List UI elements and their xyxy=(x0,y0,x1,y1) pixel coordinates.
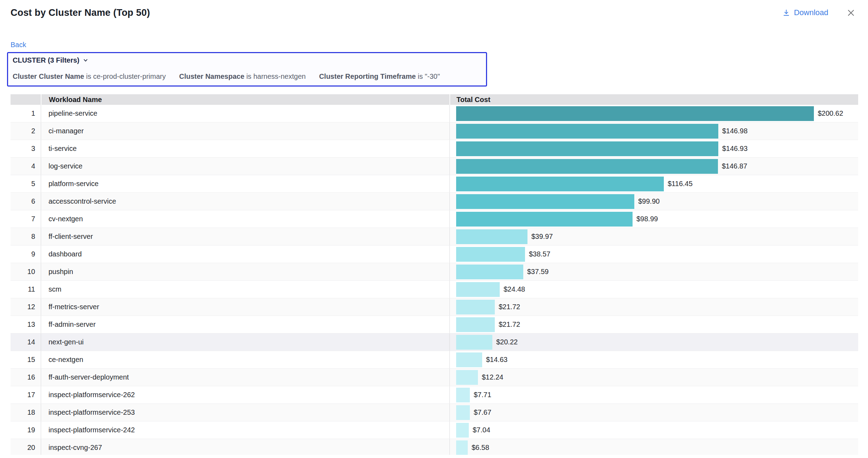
table-row[interactable]: 17 inspect-platformservice-262 $7.71 xyxy=(11,386,858,404)
cost-bar xyxy=(456,124,718,139)
filter-condition: Cluster Namespace is harness-nextgen xyxy=(179,72,306,81)
row-cost-cell: $37.59 xyxy=(449,263,858,280)
row-cost-cell: $146.98 xyxy=(449,122,858,140)
row-rank: 17 xyxy=(11,386,41,403)
filter-field: Cluster Namespace xyxy=(179,72,245,80)
table-row[interactable]: 11 scm $24.48 xyxy=(11,281,858,298)
table-row[interactable]: 10 pushpin $37.59 xyxy=(11,263,858,281)
cost-bar xyxy=(456,423,469,438)
table-row[interactable]: 8 ff-client-server $39.97 xyxy=(11,228,858,246)
row-cost-value: $21.72 xyxy=(499,303,520,311)
row-cost-value: $200.62 xyxy=(818,109,843,117)
table-row[interactable]: 7 cv-nextgen $98.99 xyxy=(11,210,858,228)
cost-bar xyxy=(456,440,468,455)
row-cost-value: $20.22 xyxy=(496,338,518,346)
cost-bar xyxy=(456,212,633,227)
filter-value: is harness-nextgen xyxy=(246,72,306,80)
table-row[interactable]: 12 ff-metrics-server $21.72 xyxy=(11,298,858,316)
row-workload-name: cv-nextgen xyxy=(41,210,449,228)
cost-bar xyxy=(456,335,492,350)
row-workload-name: pipeline-service xyxy=(41,105,449,122)
cost-bar xyxy=(456,141,718,156)
row-workload-name: ff-admin-server xyxy=(41,316,449,333)
cost-bar xyxy=(456,177,664,191)
row-rank: 14 xyxy=(11,333,41,351)
row-rank: 8 xyxy=(11,228,41,245)
close-button[interactable] xyxy=(847,8,855,17)
table-row[interactable]: 14 next-gen-ui $20.22 xyxy=(11,333,858,351)
table-row[interactable]: 19 inspect-platformservice-242 $7.04 xyxy=(11,421,858,439)
chevron-down-icon xyxy=(83,58,88,63)
table-row[interactable]: 16 ff-auth-server-deployment $12.24 xyxy=(11,369,858,386)
row-cost-value: $7.71 xyxy=(474,391,491,399)
row-rank: 13 xyxy=(11,316,41,333)
row-rank: 20 xyxy=(11,439,41,455)
filter-panel: CLUSTER (3 Filters) Cluster Cluster Name… xyxy=(7,52,487,87)
row-cost-cell: $7.04 xyxy=(449,421,858,439)
download-button[interactable]: Download xyxy=(782,8,828,17)
filter-group-label: CLUSTER (3 Filters) xyxy=(13,56,79,64)
row-rank: 18 xyxy=(11,404,41,421)
row-workload-name: ff-metrics-server xyxy=(41,298,449,316)
header-total-cost: Total Cost xyxy=(449,94,858,105)
topbar-actions: Download xyxy=(782,8,855,17)
row-workload-name: ti-service xyxy=(41,140,449,157)
row-cost-value: $99.90 xyxy=(638,197,660,205)
row-rank: 9 xyxy=(11,246,41,263)
table-row[interactable]: 15 ce-nextgen $14.63 xyxy=(11,351,858,369)
row-cost-value: $12.24 xyxy=(482,373,503,381)
row-cost-cell: $21.72 xyxy=(449,298,858,316)
table-row[interactable]: 5 platform-service $116.45 xyxy=(11,175,858,193)
row-rank: 19 xyxy=(11,421,41,439)
row-workload-name: log-service xyxy=(41,158,449,175)
row-workload-name: pushpin xyxy=(41,263,449,280)
row-cost-value: $146.98 xyxy=(722,127,747,135)
row-rank: 12 xyxy=(11,298,41,316)
row-cost-cell: $99.90 xyxy=(449,193,858,210)
row-workload-name: inspect-platformservice-242 xyxy=(41,421,449,439)
table-row[interactable]: 13 ff-admin-server $21.72 xyxy=(11,316,858,333)
filter-list: Cluster Cluster Name is ce-prod-cluster-… xyxy=(13,72,481,81)
row-cost-cell: $146.93 xyxy=(449,140,858,157)
row-cost-cell: $21.72 xyxy=(449,316,858,333)
row-rank: 6 xyxy=(11,193,41,210)
filter-group-toggle[interactable]: CLUSTER (3 Filters) xyxy=(13,56,88,64)
table-row[interactable]: 3 ti-service $146.93 xyxy=(11,140,858,158)
row-cost-value: $7.04 xyxy=(473,426,490,434)
table-row[interactable]: 18 inspect-platformservice-253 $7.67 xyxy=(11,404,858,421)
row-rank: 2 xyxy=(11,122,41,140)
row-rank: 16 xyxy=(11,369,41,386)
row-cost-value: $38.57 xyxy=(529,250,550,258)
table-row[interactable]: 4 log-service $146.87 xyxy=(11,158,858,175)
header-workload-name: Workload Name xyxy=(41,94,449,105)
table-row[interactable]: 20 inspect-cvng-267 $6.58 xyxy=(11,439,858,455)
table-row[interactable]: 2 ci-manager $146.98 xyxy=(11,122,858,140)
topbar: Cost by Cluster Name (Top 50) Download xyxy=(0,0,868,20)
close-icon xyxy=(847,13,855,18)
cost-bar xyxy=(456,106,814,121)
cost-bar xyxy=(456,282,500,297)
row-cost-value: $21.72 xyxy=(499,320,520,329)
row-workload-name: dashboard xyxy=(41,246,449,263)
back-link[interactable]: Back xyxy=(11,41,26,49)
row-workload-name: inspect-platformservice-253 xyxy=(41,404,449,421)
row-workload-name: next-gen-ui xyxy=(41,333,449,351)
row-workload-name: ff-client-server xyxy=(41,228,449,245)
row-workload-name: ci-manager xyxy=(41,122,449,140)
row-cost-cell: $7.71 xyxy=(449,386,858,403)
row-cost-value: $24.48 xyxy=(504,285,525,293)
filter-value: is ce-prod-cluster-primary xyxy=(86,72,166,80)
row-cost-value: $98.99 xyxy=(636,215,658,223)
row-rank: 1 xyxy=(11,105,41,122)
row-workload-name: scm xyxy=(41,281,449,298)
table-row[interactable]: 9 dashboard $38.57 xyxy=(11,246,858,263)
row-cost-cell: $6.58 xyxy=(449,439,858,455)
table-row[interactable]: 1 pipeline-service $200.62 xyxy=(11,105,858,122)
cost-bar xyxy=(456,229,527,244)
row-rank: 5 xyxy=(11,175,41,192)
row-cost-cell: $14.63 xyxy=(449,351,858,368)
row-rank: 4 xyxy=(11,158,41,175)
row-rank: 10 xyxy=(11,263,41,280)
filter-condition: Cluster Cluster Name is ce-prod-cluster-… xyxy=(13,72,166,81)
table-row[interactable]: 6 accesscontrol-service $99.90 xyxy=(11,193,858,210)
